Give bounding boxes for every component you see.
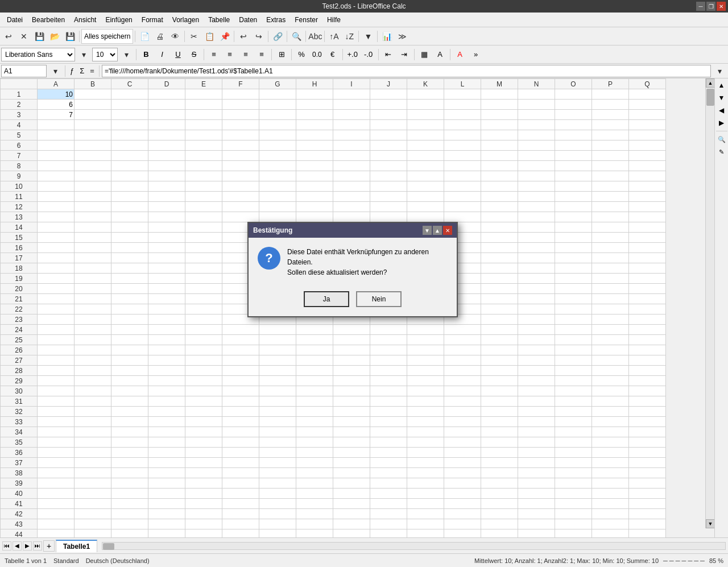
dialog-restore-btn[interactable]: ▲ bbox=[433, 226, 442, 235]
dialog-content: ? Diese Datei enthält Verknüpfungen zu a… bbox=[249, 238, 457, 287]
dialog-close-btn[interactable]: ✕ bbox=[443, 226, 452, 235]
dialog-buttons: Ja Nein bbox=[249, 287, 457, 316]
dialog-yes-button[interactable]: Ja bbox=[304, 291, 349, 307]
dialog-question-icon: ? bbox=[258, 247, 280, 270]
dialog-overlay: Bestätigung ▼ ▲ ✕ ? Diese Datei enthält … bbox=[0, 0, 728, 567]
dialog-text: Diese Datei enthält Verknüpfungen zu and… bbox=[287, 247, 448, 278]
dialog-no-button[interactable]: Nein bbox=[356, 291, 402, 307]
dialog-titlebar: Bestätigung ▼ ▲ ✕ bbox=[249, 223, 457, 238]
dialog-message-line2: Sollen diese aktualisiert werden? bbox=[287, 267, 448, 278]
dialog-controls: ▼ ▲ ✕ bbox=[423, 226, 452, 235]
dialog-minimize-btn[interactable]: ▼ bbox=[423, 226, 432, 235]
confirmation-dialog: Bestätigung ▼ ▲ ✕ ? Diese Datei enthält … bbox=[247, 222, 458, 317]
dialog-message-line1: Diese Datei enthält Verknüpfungen zu and… bbox=[287, 247, 448, 267]
dialog-title-text: Bestätigung bbox=[253, 226, 292, 234]
